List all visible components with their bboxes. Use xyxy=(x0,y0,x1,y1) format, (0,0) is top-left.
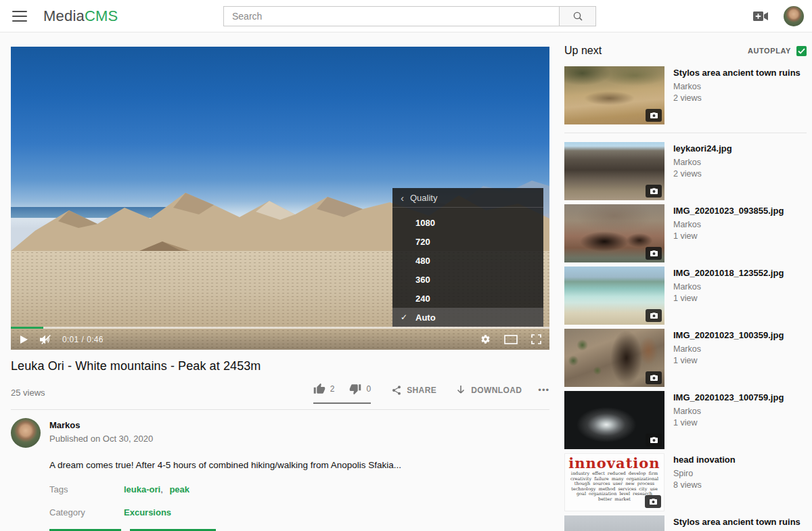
search-input[interactable] xyxy=(223,6,560,26)
category-link[interactable]: Excursions xyxy=(124,507,171,517)
play-icon xyxy=(19,335,28,344)
quality-menu-back[interactable]: ‹ Quality xyxy=(392,188,543,208)
camera-icon xyxy=(646,109,662,122)
mute-button[interactable] xyxy=(39,334,51,345)
author-avatar[interactable] xyxy=(11,418,41,448)
upnext-item-author: Markos xyxy=(673,407,784,416)
tag-link[interactable]: leuka-ori xyxy=(124,484,160,494)
share-button[interactable]: SHARE xyxy=(391,385,436,396)
upnext-item-title: Stylos area ancient town ruins xyxy=(673,516,800,528)
upnext-item-title: IMG_20201023_100759.jpg xyxy=(673,392,784,403)
thumb-down-icon xyxy=(349,383,361,395)
upnext-item-title: IMG_20201023_093855.jpg xyxy=(673,205,784,216)
thumb-up-icon xyxy=(313,383,325,395)
top-bar: MediaCMS xyxy=(0,0,812,32)
upnext-item-author: Markos xyxy=(673,282,784,292)
upnext-item[interactable]: IMG_20201018_123552.jpg Markos 1 view xyxy=(564,267,807,325)
quality-option-label: Auto xyxy=(415,313,436,323)
page: MediaCMS xyxy=(0,0,812,531)
player-controls: 0:01 / 0:46 xyxy=(11,329,549,350)
time-current: 0:01 xyxy=(62,335,79,344)
download-label: DOWNLOAD xyxy=(471,386,522,395)
upnext-thumbnail[interactable] xyxy=(564,329,664,387)
quality-option[interactable]: 1080 xyxy=(392,213,543,232)
upnext-thumbnail[interactable]: innovation industry effect reduced devel… xyxy=(564,453,664,511)
camera-icon xyxy=(646,309,662,322)
search-bar xyxy=(223,6,596,26)
upnext-thumbnail[interactable] xyxy=(564,142,664,200)
upnext-item-views: 2 views xyxy=(673,169,732,179)
upnext-item-title: leykaori24.jpg xyxy=(673,143,732,154)
upnext-item-views: 2 views xyxy=(673,93,800,103)
upnext-item-title: head inovation xyxy=(673,454,736,465)
upnext-item-info: IMG_20201023_093855.jpg Markos 1 view xyxy=(664,204,784,262)
upnext-item[interactable]: IMG_20201023_100759.jpg Markos 1 view xyxy=(564,391,807,449)
like-button[interactable]: 2 xyxy=(313,383,335,395)
divider xyxy=(11,409,549,410)
upnext-item[interactable]: leykaori24.jpg Markos 2 views xyxy=(564,142,807,200)
upnext-thumbnail[interactable] xyxy=(564,391,664,449)
up-next-sidebar: Up next AUTOPLAY Stylos area ancient tow… xyxy=(564,43,807,531)
up-next-title: Up next xyxy=(564,45,602,57)
download-button[interactable]: DOWNLOAD xyxy=(455,385,522,396)
upnext-item[interactable]: IMG_20201023_093855.jpg Markos 1 view xyxy=(564,204,807,262)
upnext-item-info: Stylos area ancient town ruins Markos xyxy=(664,515,800,531)
upnext-item-info: IMG_20201023_100759.jpg Markos 1 view xyxy=(664,391,784,449)
upnext-thumbnail[interactable] xyxy=(564,66,664,124)
settings-button[interactable] xyxy=(480,334,491,344)
upnext-thumbnail[interactable] xyxy=(564,515,664,531)
rating-group: 2 0 xyxy=(313,383,371,398)
rating-bar xyxy=(313,402,371,404)
upnext-item[interactable]: innovation industry effect reduced devel… xyxy=(564,453,807,511)
time-separator: / xyxy=(82,335,85,344)
dislike-button[interactable]: 0 xyxy=(349,383,371,395)
fullscreen-icon xyxy=(531,334,541,344)
more-options-button[interactable]: ••• xyxy=(538,385,549,396)
meta-row: 25 views 2 0 SHARE xyxy=(11,383,549,398)
quality-option[interactable]: 360 xyxy=(392,270,543,289)
fullscreen-button[interactable] xyxy=(531,334,541,344)
upnext-item-author: Markos xyxy=(673,344,784,354)
author-info: Markos Published on Oct 30, 2020 xyxy=(49,418,153,448)
author-name[interactable]: Markos xyxy=(49,420,153,430)
up-next-header: Up next AUTOPLAY xyxy=(564,43,807,58)
upnext-item[interactable]: Stylos area ancient town ruins Markos 2 … xyxy=(564,66,807,124)
quality-option[interactable]: 240 xyxy=(392,289,543,308)
share-icon xyxy=(391,385,402,396)
upnext-item-author: Markos xyxy=(673,158,732,167)
share-label: SHARE xyxy=(407,386,436,395)
quality-option-label: 1080 xyxy=(415,218,435,228)
time-display: 0:01 / 0:46 xyxy=(62,335,104,344)
upnext-item-title: IMG_20201018_123552.jpg xyxy=(673,267,784,279)
quality-menu-title: Quality xyxy=(410,193,437,203)
upnext-item-title: Stylos area ancient town ruins xyxy=(673,67,800,78)
checkbox-check-icon xyxy=(798,48,805,54)
tag-link[interactable]: peak xyxy=(169,484,189,494)
user-avatar[interactable] xyxy=(784,6,804,26)
upnext-thumbnail[interactable] xyxy=(564,204,664,262)
upnext-item-author: Markos xyxy=(673,82,800,91)
video-player[interactable]: ‹ Quality 1080 720 480 360 240 ✓ Auto xyxy=(11,47,549,350)
quality-option-label: 240 xyxy=(415,294,430,304)
upnext-item[interactable]: Stylos area ancient town ruins Markos xyxy=(564,515,807,531)
upnext-item[interactable]: IMG_20201023_100359.jpg Markos 1 view xyxy=(564,329,807,387)
theater-mode-button[interactable] xyxy=(504,335,518,344)
upnext-item-author: Markos xyxy=(673,220,784,229)
search-button[interactable] xyxy=(560,6,596,26)
quality-option-label: 360 xyxy=(415,275,430,285)
menu-icon[interactable] xyxy=(12,11,27,22)
camera-icon xyxy=(646,434,662,446)
upnext-item-info: IMG_20201018_123552.jpg Markos 1 view xyxy=(664,267,784,325)
quality-option[interactable]: 480 xyxy=(392,251,543,270)
divider xyxy=(564,133,807,133)
camera-icon xyxy=(646,185,662,198)
tags-label: Tags xyxy=(49,484,124,494)
quality-option[interactable]: ✓ Auto xyxy=(392,308,543,327)
upnext-thumbnail[interactable] xyxy=(564,267,664,325)
play-button[interactable] xyxy=(19,335,28,344)
autoplay-checkbox[interactable] xyxy=(796,46,807,56)
dislike-count: 0 xyxy=(366,384,371,394)
quality-option[interactable]: 720 xyxy=(392,232,543,251)
upload-media-button[interactable] xyxy=(752,11,769,22)
app-logo[interactable]: MediaCMS xyxy=(43,7,118,25)
